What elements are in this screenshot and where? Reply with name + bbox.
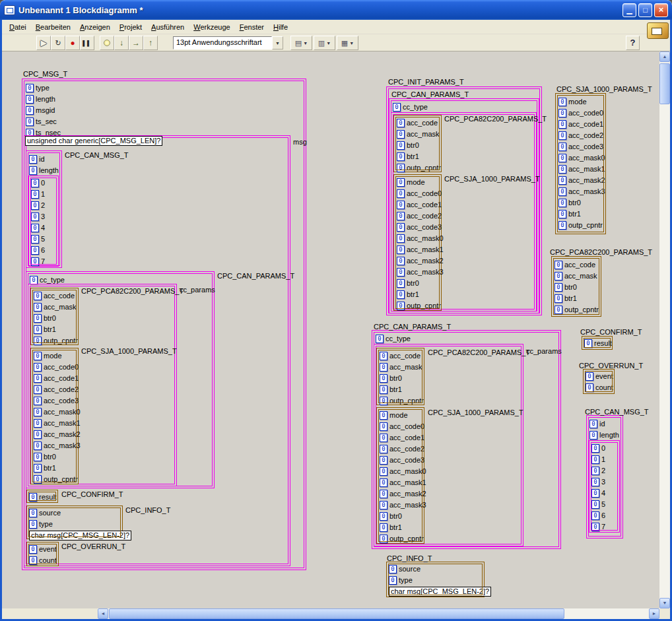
field-label[interactable]: 4	[41, 224, 45, 232]
sja-1000-params-standalone-cluster[interactable]: 0mode0acc_code00acc_code10acc_code20acc_…	[555, 93, 606, 234]
field-label[interactable]: result	[39, 493, 57, 501]
numeric-constant[interactable]: 0	[380, 385, 387, 394]
field-label[interactable]: outp_cpntr	[389, 535, 424, 542]
menu-ausfuehren[interactable]: Ausführen	[147, 21, 189, 33]
field-label[interactable]: acc_code0	[568, 109, 603, 117]
cluster-title-label[interactable]: cc_params	[526, 347, 562, 355]
cluster-title-label[interactable]: CPC_SJA_1000_PARAMS_T	[428, 409, 523, 416]
field-label[interactable]: btr0	[389, 512, 402, 520]
numeric-constant[interactable]: 0	[397, 178, 405, 187]
scroll-down-button[interactable]: ▼	[659, 598, 670, 608]
field-label[interactable]: btr0	[407, 279, 419, 287]
numeric-constant[interactable]: 0	[589, 431, 597, 440]
numeric-constant[interactable]: 0	[586, 372, 593, 381]
numeric-constant[interactable]: 0	[397, 189, 405, 198]
field-label[interactable]: msgid	[36, 106, 55, 114]
cluster-title-label[interactable]: CPC_SJA_1000_PARAMS_T	[81, 347, 177, 355]
menu-fenster[interactable]: Fenster	[235, 21, 269, 33]
numeric-constant[interactable]: 0	[397, 152, 405, 161]
field-label[interactable]: acc_mask0	[389, 467, 426, 475]
numeric-constant[interactable]: 0	[380, 422, 387, 431]
numeric-constant[interactable]: 0	[380, 411, 387, 420]
numeric-constant[interactable]: 0	[34, 325, 42, 334]
field-label[interactable]: acc_code	[389, 352, 420, 360]
numeric-constant[interactable]: 0	[31, 201, 39, 210]
cluster-title-label[interactable]: CPC_CAN_PARAMS_T	[391, 90, 469, 98]
numeric-constant[interactable]: 0	[397, 279, 405, 288]
field-label[interactable]: btr1	[407, 290, 419, 298]
cluster-title-label[interactable]: CPC_CONFIRM_T	[580, 328, 642, 336]
numeric-constant[interactable]: 0	[34, 419, 42, 428]
numeric-constant[interactable]: 0	[393, 103, 401, 112]
field-label[interactable]: acc_code0	[44, 363, 79, 371]
field-label[interactable]: acc_code1	[389, 434, 424, 441]
numeric-constant[interactable]: 0	[26, 84, 34, 92]
numeric-constant[interactable]: 0	[554, 283, 562, 292]
cluster-title-label[interactable]: CPC_SJA_1000_PARAMS_T	[556, 85, 652, 93]
field-label[interactable]: acc_mask1	[568, 165, 605, 173]
cluster-title-label[interactable]: CPC_INFO_T	[125, 506, 170, 514]
field-label[interactable]: acc_code2	[44, 385, 79, 393]
field-label[interactable]: btr1	[44, 464, 56, 472]
menu-projekt[interactable]: Projekt	[115, 21, 147, 33]
numeric-constant[interactable]: 0	[31, 257, 39, 266]
reorder-dropdown[interactable]: ▦ ▼	[337, 36, 358, 50]
vertical-scrollbar-thumb[interactable]	[659, 63, 670, 104]
numeric-constant[interactable]: 0	[558, 199, 566, 207]
field-label[interactable]: outp_cpntr	[564, 306, 599, 313]
can-msg-standalone-data-array[interactable]: 0001020304050607	[589, 440, 620, 533]
font-selector-dropdown-button[interactable]: ▼	[272, 36, 283, 49]
numeric-constant[interactable]: 0	[34, 464, 42, 473]
numeric-constant[interactable]: 0	[397, 290, 405, 299]
run-continuous-button[interactable]: ↻	[51, 36, 65, 50]
cluster-title-label[interactable]: CPC_PCA82C200_PARAMS_T	[444, 115, 547, 123]
field-label[interactable]: acc_code3	[389, 456, 424, 464]
numeric-constant[interactable]: 0	[34, 441, 42, 450]
field-label[interactable]: 0	[601, 444, 605, 452]
cluster-title-label[interactable]: cc_params	[180, 286, 215, 294]
numeric-constant[interactable]: 0	[29, 509, 37, 517]
field-label[interactable]: 2	[601, 467, 605, 474]
numeric-constant[interactable]: 0	[554, 306, 562, 314]
field-label[interactable]: event	[39, 545, 57, 553]
numeric-constant[interactable]: 0	[380, 467, 387, 476]
numeric-constant[interactable]: 0	[376, 335, 384, 343]
numeric-constant[interactable]: 0	[558, 210, 566, 218]
numeric-constant[interactable]: 0	[397, 257, 405, 265]
scroll-up-button[interactable]: ▲	[659, 51, 670, 62]
numeric-constant[interactable]: 0	[591, 511, 599, 520]
field-label[interactable]: 5	[601, 500, 605, 508]
numeric-constant[interactable]: 0	[34, 374, 42, 383]
numeric-constant[interactable]: 0	[31, 235, 39, 244]
numeric-constant[interactable]: 0	[380, 535, 387, 543]
init-pca82c200-params-cluster[interactable]: 0acc_code0acc_mask0btr00btr10outp_cpntr	[393, 115, 442, 172]
field-label[interactable]: acc_mask2	[389, 490, 426, 498]
field-label[interactable]: acc_code2	[568, 131, 603, 139]
field-label[interactable]: acc_mask1	[389, 478, 426, 486]
numeric-constant[interactable]: 0	[554, 272, 562, 280]
step-over-button[interactable]: →	[129, 36, 143, 50]
pause-button[interactable]: ▌▌	[80, 36, 94, 50]
numeric-constant[interactable]: 0	[558, 165, 566, 174]
cluster-title-label[interactable]: CPC_OVERRUN_T	[579, 362, 643, 370]
field-label[interactable]: acc_mask3	[44, 441, 81, 449]
field-label[interactable]: acc_code1	[44, 374, 79, 382]
field-label[interactable]: cc_type	[40, 276, 65, 284]
info-t-bottom-cluster[interactable]: 0source0typechar msg[CPC_MSG_LEN-2]?	[386, 562, 485, 597]
numeric-constant[interactable]: 0	[34, 337, 42, 345]
field-label[interactable]: acc_mask0	[44, 408, 81, 416]
numeric-constant[interactable]: 0	[558, 98, 566, 106]
field-label[interactable]: btr0	[407, 141, 419, 149]
numeric-constant[interactable]: 0	[29, 556, 37, 565]
numeric-constant[interactable]: 0	[31, 190, 39, 199]
field-label[interactable]: type	[36, 84, 50, 92]
cluster-title-label[interactable]: CPC_CAN_PARAMS_T	[217, 272, 294, 280]
numeric-constant[interactable]: 0	[591, 455, 599, 464]
numeric-constant[interactable]: 0	[380, 445, 387, 453]
numeric-constant[interactable]: 0	[591, 478, 599, 486]
field-label[interactable]: acc_code3	[44, 397, 79, 405]
numeric-constant[interactable]: 0	[34, 475, 42, 484]
numeric-constant[interactable]: 0	[31, 179, 39, 187]
numeric-constant[interactable]: 0	[584, 339, 592, 348]
field-label[interactable]: 0	[41, 179, 45, 187]
